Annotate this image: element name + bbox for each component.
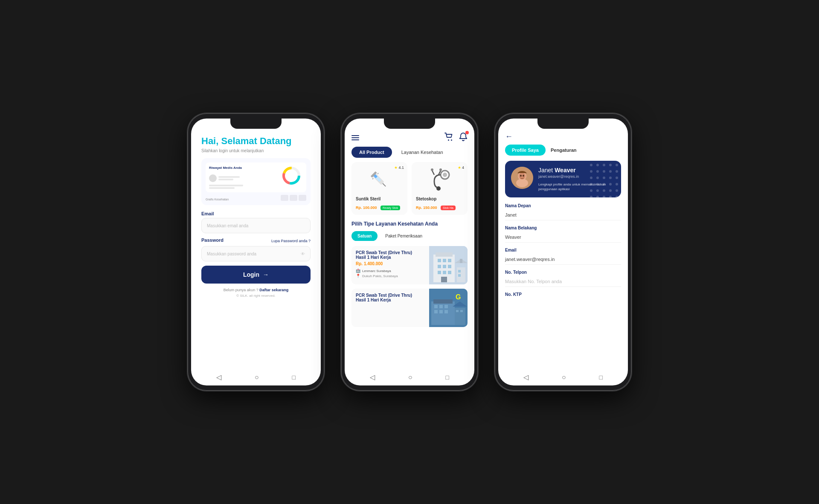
service1-image: [429, 246, 468, 284]
hospital-icon: 🏥: [356, 269, 360, 273]
nav-square-icon-3[interactable]: □: [599, 374, 603, 381]
phone-product-screen: All Product Layanan Kesehatan ★ 4.1: [345, 119, 474, 385]
svg-rect-22: [436, 252, 453, 257]
svg-rect-26: [438, 265, 441, 268]
svg-point-14: [443, 173, 447, 177]
product-card-1[interactable]: ★ 4.1: [351, 162, 407, 215]
toggle-password-icon[interactable]: 👁: [301, 252, 305, 256]
service2-image: G: [429, 289, 468, 327]
nav-square-icon-2[interactable]: □: [446, 374, 449, 381]
password-input[interactable]: Masukkan password anda 👁: [201, 246, 311, 261]
forgot-password-link[interactable]: Lupa Password anda ?: [271, 239, 311, 243]
value-nama-belakang[interactable]: Weaver: [505, 232, 621, 243]
svg-point-52: [603, 164, 605, 166]
svg-rect-43: [434, 310, 438, 313]
nav-home-icon-2[interactable]: ○: [408, 374, 412, 381]
svg-rect-28: [448, 265, 451, 268]
nav-bar: ◁ ○ □: [191, 369, 321, 385]
service-tab-satuan[interactable]: Satuan: [351, 231, 378, 241]
tab-pengaturan[interactable]: Pengaturan: [551, 148, 577, 153]
svg-line-16: [432, 171, 434, 175]
service-card-2[interactable]: PCR Swab Test (Drive Thru) Hasil 1 Hari …: [351, 289, 468, 327]
svg-point-54: [616, 164, 618, 166]
svg-point-55: [590, 170, 592, 173]
svg-point-18: [431, 168, 433, 171]
service-tab-paket[interactable]: Paket Pemeriksaan: [381, 231, 427, 241]
svg-rect-39: [433, 299, 453, 304]
nav-bar-2: ◁ ○ □: [345, 369, 474, 385]
product-card-2[interactable]: ★ 4: [412, 162, 468, 215]
service1-hospital: Lenmarc Surabaya: [362, 269, 391, 273]
svg-point-74: [616, 189, 618, 192]
svg-point-67: [603, 183, 605, 185]
svg-point-64: [616, 177, 618, 179]
svg-rect-44: [439, 310, 443, 313]
svg-point-75: [590, 196, 592, 197]
email-input[interactable]: Masukkan email anda: [201, 218, 311, 233]
tab-layanan-kesehatan[interactable]: Layanan Kesehatan: [395, 147, 449, 158]
svg-point-19: [439, 168, 442, 171]
hamburger-menu[interactable]: [351, 135, 359, 140]
login-button[interactable]: Login →: [201, 266, 311, 284]
tab-profile-saya[interactable]: Profile Saya: [505, 145, 546, 156]
svg-point-53: [609, 164, 612, 166]
svg-rect-45: [444, 310, 448, 313]
svg-point-5: [451, 139, 452, 141]
svg-point-85: [523, 175, 524, 177]
notification-icon[interactable]: [459, 132, 468, 143]
back-button[interactable]: ←: [505, 132, 513, 141]
svg-rect-11: [372, 178, 374, 180]
svg-point-65: [590, 183, 592, 185]
svg-rect-35: [458, 274, 461, 277]
svg-point-66: [596, 183, 599, 185]
product-header: [345, 129, 474, 147]
field-ktp: No. KTP: [505, 292, 621, 297]
value-nama-depan[interactable]: Janet: [505, 210, 621, 220]
nav-back-icon[interactable]: ◁: [216, 373, 221, 381]
product1-rating: ★ 4.1: [394, 165, 404, 170]
password-label: Password: [201, 238, 224, 243]
svg-rect-48: [460, 310, 463, 312]
register-link[interactable]: Daftar sekarang: [259, 288, 288, 292]
nav-home-icon[interactable]: ○: [255, 374, 259, 381]
service-section-title: Pilih Tipe Layanan Kesehatan Anda: [351, 221, 468, 227]
avatar-preview: [209, 174, 217, 182]
svg-rect-29: [438, 271, 441, 274]
nav-back-icon-2[interactable]: ◁: [370, 373, 375, 381]
login-subtitle: Silahkan login untuk melanjutkan: [201, 148, 311, 153]
svg-point-62: [603, 177, 605, 179]
value-telpon-placeholder[interactable]: Masukkan No. Telpon anda: [505, 276, 621, 287]
field-email: Email janet.weaver@reqres.in: [505, 248, 621, 265]
svg-point-58: [609, 170, 612, 173]
tab-all-product[interactable]: All Product: [351, 147, 392, 158]
medical-card-preview: Riwayat Medis Anda: [201, 158, 311, 205]
nav-square-icon[interactable]: □: [292, 374, 296, 381]
nav-home-icon-3[interactable]: ○: [562, 374, 566, 381]
service1-price: Rp. 1.400.000: [356, 261, 421, 266]
svg-rect-40: [434, 305, 438, 308]
profile-form: Nama Depan Janet Nama Belakang Weaver Em…: [498, 203, 628, 369]
svg-point-69: [616, 183, 618, 185]
svg-rect-30: [443, 271, 446, 274]
field-nama-belakang: Nama Belakang Weaver: [505, 226, 621, 243]
phone-profile: ← Profile Saya Pengaturan: [495, 113, 631, 391]
value-email[interactable]: janet.weaver@reqres.in: [505, 254, 621, 265]
phone-notch: [230, 119, 282, 129]
product1-image: [365, 166, 395, 194]
svg-rect-34: [458, 270, 461, 272]
product2-name: Stetoskop: [416, 197, 463, 201]
svg-rect-24: [443, 259, 446, 262]
service-card-1[interactable]: PCR Swab Test (Drive Thru) Hasil 1 Hari …: [351, 246, 468, 284]
svg-rect-27: [443, 265, 446, 268]
cart-icon[interactable]: [444, 133, 454, 143]
login-header: Hai, Selamat Datang Silahkan login untuk…: [201, 136, 311, 153]
svg-point-76: [596, 196, 599, 197]
svg-point-59: [616, 170, 618, 173]
svg-point-78: [609, 196, 612, 197]
product1-price: Rp. 100.000: [356, 206, 377, 210]
nav-back-icon-3[interactable]: ◁: [523, 373, 529, 381]
svg-rect-36: [460, 259, 462, 263]
location-icon: 📍: [356, 274, 360, 278]
field-telpon: No. Telpon Masukkan No. Telpon anda: [505, 270, 621, 287]
chart-label: Grafis Kesehatan: [206, 198, 279, 201]
